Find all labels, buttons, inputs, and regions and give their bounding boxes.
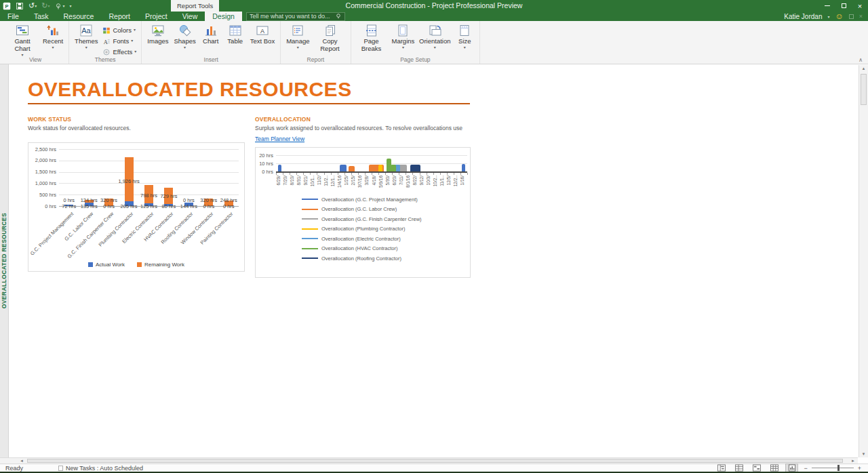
- data-label-remaining-work: 1,926 hrs: [108, 178, 149, 184]
- table-icon: [229, 24, 242, 37]
- legend-item: Overallocation (Roofing Contractor): [302, 255, 422, 262]
- view-resource-sheet-icon[interactable]: [768, 464, 780, 472]
- x-axis-tick-label: 1/16/: [460, 176, 465, 185]
- data-label-remaining-work: 320 hrs: [89, 197, 130, 203]
- overallocation-section: OVERALLOCATION Surplus work assigned to …: [255, 116, 471, 278]
- orientation-button[interactable]: Orientation▾: [418, 23, 452, 51]
- shapes-button[interactable]: Shapes▾: [172, 23, 197, 51]
- legend-item: Overallocation (G.C. Finish Carpenter Cr…: [302, 215, 422, 222]
- tab-task[interactable]: Task: [26, 12, 56, 21]
- new-tasks-label[interactable]: New Tasks : Auto Scheduled: [66, 465, 143, 472]
- shapes-icon: [178, 24, 192, 37]
- gridline: [59, 172, 239, 173]
- gantt-chart-button[interactable]: Gantt Chart▾: [5, 23, 39, 58]
- recent-button[interactable]: Recent▾: [41, 23, 65, 51]
- zoom-out-icon[interactable]: −: [804, 465, 807, 472]
- legend-swatch: [137, 262, 142, 267]
- overallocation-chart[interactable]: 0 hrs10 hrs20 hrs6/29/7/20/8/10/8/31/9/2…: [255, 147, 471, 278]
- undo-icon[interactable]: ↺▾: [28, 1, 37, 11]
- text-box-button[interactable]: AText Box: [248, 23, 277, 46]
- x-axis-tick-label: 1/4/16: [338, 176, 342, 188]
- axis-tick-mark: [399, 173, 399, 175]
- user-name[interactable]: Katie Jordan: [784, 13, 822, 20]
- tab-report[interactable]: Report: [101, 12, 138, 21]
- manage-button[interactable]: Manage▾: [284, 23, 311, 51]
- zoom-slider[interactable]: [812, 464, 854, 472]
- fonts-button[interactable]: AFonts▾: [101, 36, 138, 46]
- overallocation-spike: [391, 165, 396, 171]
- view-gantt-chart-icon[interactable]: [715, 464, 727, 472]
- horizontal-scroll-thumb[interactable]: [27, 459, 843, 463]
- margins-button[interactable]: Margins▾: [390, 23, 417, 51]
- overallocation-spike: [410, 165, 420, 171]
- tab-view[interactable]: View: [175, 12, 205, 21]
- feedback-smiley-icon[interactable]: ☺: [835, 12, 843, 20]
- scroll-down-icon[interactable]: ▼: [859, 452, 868, 456]
- colors-button[interactable]: Colors▾: [101, 25, 138, 35]
- minimize-icon[interactable]: [819, 0, 835, 12]
- manage-icon: [291, 24, 304, 37]
- table-button[interactable]: Table: [224, 23, 247, 46]
- contextual-tab-group-label: Report Tools: [171, 0, 219, 12]
- zoom-slider-thumb[interactable]: [837, 465, 840, 471]
- axis-tick-mark: [420, 173, 420, 175]
- legend-item: Remaining Work: [137, 262, 184, 268]
- x-axis-tick-label: 3/28/: [365, 176, 370, 185]
- touch-mode-icon[interactable]: ▾: [54, 1, 64, 11]
- tab-resource[interactable]: Resource: [56, 12, 102, 21]
- effects-button[interactable]: Effects▾: [101, 47, 138, 57]
- vertical-scroll-thumb[interactable]: [861, 74, 867, 105]
- svg-text:A: A: [104, 39, 108, 45]
- view-task-usage-icon[interactable]: [733, 464, 745, 472]
- gridline: [59, 161, 239, 161]
- x-axis-tick-label: 11/2..: [324, 176, 329, 186]
- size-button[interactable]: Size▾: [453, 23, 476, 51]
- restore-icon[interactable]: [835, 0, 852, 12]
- work-status-description: Work status for overallocated resources.: [28, 125, 245, 131]
- tab-design[interactable]: Design: [205, 12, 242, 21]
- gantt-chart-icon: [16, 24, 29, 37]
- tell-me-box[interactable]: Tell me what you want to do...: [246, 12, 345, 21]
- ribbon-group-label: Insert: [142, 56, 280, 63]
- x-axis-tick-label: 6/29/: [277, 176, 281, 185]
- horizontal-scrollbar[interactable]: ◄ ►: [0, 457, 858, 464]
- customize-qat-icon[interactable]: ▾: [69, 1, 71, 11]
- team-planner-view-link[interactable]: Team Planner View: [255, 136, 304, 142]
- app-icon[interactable]: P: [3, 1, 11, 11]
- vertical-scrollbar[interactable]: ▲ ▼: [859, 65, 868, 457]
- images-button[interactable]: Images: [145, 23, 170, 46]
- chart-button[interactable]: Chart: [199, 23, 222, 46]
- axis-tick-mark: [290, 173, 290, 175]
- themes-button[interactable]: AaThemes▾: [73, 23, 100, 51]
- page-breaks-button[interactable]: Page Breaks: [355, 23, 389, 54]
- zoom-in-icon[interactable]: +: [858, 465, 861, 472]
- close-icon[interactable]: ×: [852, 0, 868, 12]
- copy-report-icon: [323, 24, 337, 37]
- dropdown-caret-icon: ▾: [434, 45, 436, 50]
- axis-tick-mark: [412, 173, 413, 175]
- legend-line-swatch: [302, 199, 318, 200]
- y-axis-tick-label: 10 hrs: [256, 161, 273, 167]
- axis-tick-mark: [447, 173, 448, 175]
- tab-project[interactable]: Project: [138, 12, 175, 21]
- redo-icon[interactable]: ↻▾: [41, 1, 50, 11]
- x-axis-tick-label: 8/1/16: [406, 176, 411, 188]
- save-icon[interactable]: [16, 1, 24, 11]
- scroll-up-icon[interactable]: ▲: [859, 66, 868, 70]
- collapse-ribbon-icon[interactable]: ∧: [859, 57, 863, 63]
- work-status-chart[interactable]: 0 hrs500 hrs1,000 hrs1,500 hrs2,000 hrs2…: [28, 142, 245, 272]
- images-icon: [151, 24, 165, 37]
- tab-file[interactable]: File: [0, 12, 26, 21]
- ribbon-group-insert: ImagesShapes▾ChartTableAText BoxInsert: [142, 21, 281, 64]
- x-axis-tick-label: 1/25/: [344, 176, 349, 185]
- report-side-strip[interactable]: OVERALLOCATED RESOURCES: [0, 64, 9, 457]
- axis-tick-mark: [310, 173, 311, 175]
- gridline: [276, 155, 467, 156]
- copy-report-button[interactable]: Copy Report: [313, 23, 347, 54]
- tell-me-placeholder: Tell me what you want to do...: [250, 13, 335, 20]
- view-report-icon[interactable]: [786, 464, 797, 472]
- account-caret-icon: ▾: [827, 14, 829, 19]
- x-axis-tick-label: 8/31/: [297, 176, 302, 185]
- effects-icon: [102, 48, 111, 56]
- view-team-planner-icon[interactable]: [751, 464, 762, 472]
